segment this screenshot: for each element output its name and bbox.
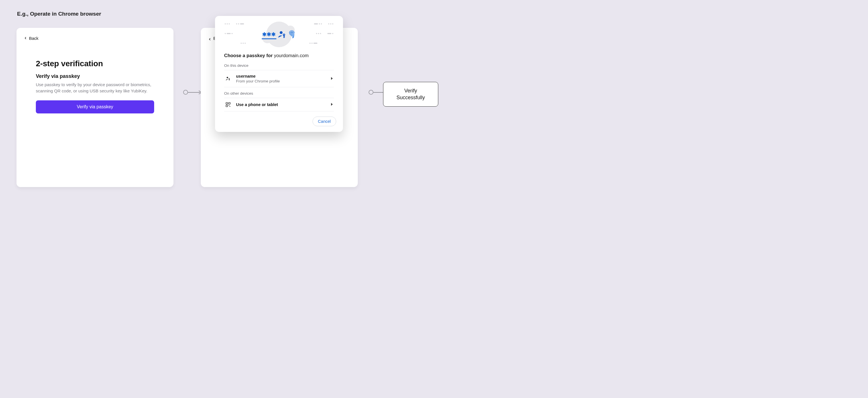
step1-card: Back 2-step verification Verify via pass… (17, 28, 174, 187)
dialog-title: Choose a passkey for yourdomain.com (224, 53, 334, 58)
page-example-title: E.g., Operate in Chrome browser (17, 11, 101, 17)
svg-marker-10 (331, 77, 333, 80)
option2-title: Use a phone or tablet (236, 102, 326, 107)
chevron-left-icon (208, 37, 212, 42)
passkey-chooser-dialog: ✱✱✱ (215, 16, 343, 132)
flow-start-dot-icon (183, 90, 188, 95)
dialog-title-prefix: Choose a passkey for (224, 53, 274, 58)
fingerprint-icon (288, 30, 296, 39)
user-passkey-icon (225, 76, 231, 81)
result-line1: Verify (386, 87, 435, 94)
step1-subheading: Verify via passkey (36, 73, 154, 79)
back-label: Back (29, 36, 38, 41)
flow-arrow-1 (183, 90, 203, 95)
svg-marker-16 (331, 103, 333, 106)
option1-subtitle: From your Chrome profile (236, 79, 326, 83)
svg-rect-14 (229, 105, 229, 106)
dialog-title-domain: yourdomain.com (274, 53, 309, 58)
option1-title: username (236, 74, 326, 78)
svg-rect-12 (229, 103, 230, 104)
verify-via-passkey-button[interactable]: Verify via passkey (36, 100, 154, 113)
svg-rect-13 (226, 105, 228, 107)
section-this-device-label: On this device (224, 63, 334, 68)
chevron-left-icon (24, 36, 27, 41)
step1-heading: 2-step verification (36, 59, 154, 68)
chevron-right-icon (331, 76, 333, 81)
passkey-option-phone-tablet[interactable]: Use a phone or tablet (224, 98, 334, 111)
chevron-right-icon (331, 102, 333, 107)
password-asterisks-icon: ✱✱✱ (262, 31, 276, 37)
step1-description: Use passkey to verify by your device pas… (36, 81, 154, 94)
section-other-devices-label: On other devices (224, 91, 334, 96)
svg-rect-11 (226, 103, 228, 104)
back-button[interactable]: Back (24, 36, 38, 41)
flow-start-dot-icon (369, 90, 373, 95)
svg-point-5 (284, 34, 284, 35)
passkey-user-icon (278, 30, 286, 39)
result-box: Verify Successfully (383, 82, 438, 107)
svg-point-6 (227, 77, 228, 78)
svg-rect-4 (284, 37, 285, 37)
svg-rect-9 (229, 79, 230, 80)
svg-rect-15 (229, 106, 230, 107)
svg-point-1 (280, 31, 283, 34)
dialog-illustration: ✱✱✱ (215, 19, 343, 50)
passkey-option-profile[interactable]: username From your Chrome profile (224, 70, 334, 87)
result-line2: Successfully (386, 94, 435, 101)
cancel-button[interactable]: Cancel (313, 117, 336, 126)
qr-devices-icon (225, 102, 231, 107)
